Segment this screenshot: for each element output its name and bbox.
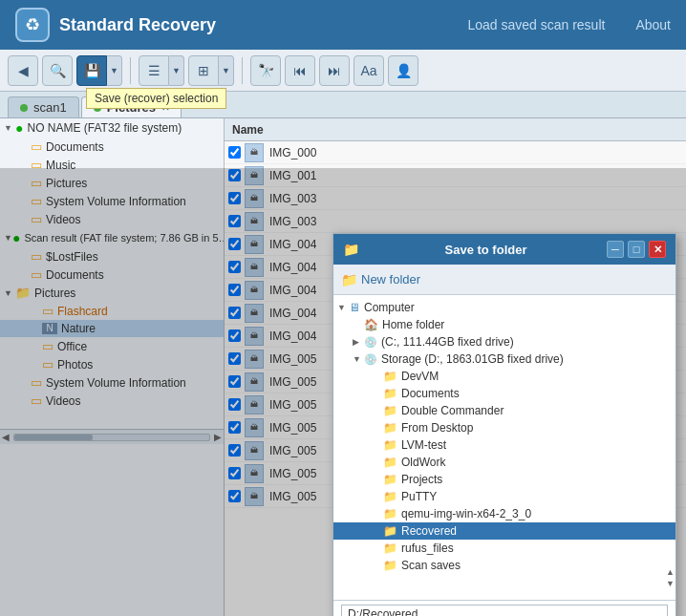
tree-label: Double Commander bbox=[401, 404, 504, 417]
new-folder-icon: 📁 bbox=[341, 272, 357, 287]
modal-path-bar: D:/Recovered bbox=[333, 601, 675, 616]
list-dropdown-arrow[interactable]: ▼ bbox=[169, 55, 184, 86]
save-button-group: 💾 ▼ bbox=[76, 55, 122, 86]
save-tooltip: Save (recover) selection bbox=[86, 88, 226, 109]
tree-label: (C:, 111.44GB fixed drive) bbox=[381, 335, 514, 349]
folder-icon: 📁 bbox=[383, 421, 397, 435]
folder-icon: 📁 bbox=[383, 507, 397, 520]
folder-icon: 📁 bbox=[383, 490, 397, 503]
folder-icon: 📁 bbox=[383, 473, 397, 486]
folder-icon: 📁 bbox=[383, 370, 397, 383]
save-button[interactable]: 💾 bbox=[76, 55, 107, 86]
list-button-group: ☰ ▼ bbox=[139, 55, 184, 86]
grid-button[interactable]: ⊞ bbox=[188, 55, 219, 86]
modal-close-button[interactable]: ✕ bbox=[649, 241, 666, 258]
toolbar: ◀ 🔍 💾 ▼ ☰ ▼ ⊞ ▼ 🔭 ⏮ ⏭ Aa 👤 Save (recover… bbox=[0, 50, 686, 92]
drive-icon: 💿 bbox=[364, 336, 377, 349]
prev-button[interactable]: ⏮ bbox=[285, 55, 315, 86]
modal-icon: 📁 bbox=[343, 242, 359, 257]
tree-expand-icon[interactable]: ▼ bbox=[353, 354, 364, 364]
folder-icon: 📁 bbox=[383, 559, 397, 572]
file-thumbnail: 🏔 bbox=[245, 143, 264, 162]
modal-title: Save to folder bbox=[365, 243, 607, 257]
back-button[interactable]: ◀ bbox=[8, 55, 38, 86]
modal-toolbar: 📁 New folder bbox=[333, 265, 675, 295]
search-button[interactable]: 🔍 bbox=[42, 55, 73, 86]
save-dropdown-arrow[interactable]: ▼ bbox=[107, 55, 122, 86]
scroll-down-icon[interactable]: ▼ bbox=[666, 579, 675, 588]
tree-label: Computer bbox=[364, 301, 415, 314]
toolbar-separator-1 bbox=[130, 57, 131, 84]
modal-tree: ▼ 🖥 Computer 🏠 Home folder ▶ 💿 (C:, 111.… bbox=[333, 295, 675, 601]
file-name: IMG_000 bbox=[269, 146, 316, 159]
modal-tree-double-commander[interactable]: 📁 Double Commander bbox=[333, 402, 675, 419]
modal-tree-devvm[interactable]: 📁 DevVM bbox=[333, 368, 675, 385]
about-nav[interactable]: About bbox=[635, 17, 671, 32]
modal-tree-storage[interactable]: ▼ 💿 Storage (D:, 1863.01GB fixed drive) bbox=[333, 350, 675, 368]
modal-tree-qemu[interactable]: 📁 qemu-img-win-x64-2_3_0 bbox=[333, 505, 675, 522]
app-logo: ♻ Standard Recovery bbox=[15, 8, 216, 42]
modal-path-text[interactable]: D:/Recovered bbox=[341, 605, 668, 617]
modal-tree-oldwork[interactable]: 📁 OldWork bbox=[333, 454, 675, 471]
modal-tree-projects[interactable]: 📁 Projects bbox=[333, 471, 675, 488]
user-button[interactable]: 👤 bbox=[388, 55, 418, 86]
modal-maximize-button[interactable]: □ bbox=[628, 241, 645, 258]
folder-icon: 🏠 bbox=[364, 318, 378, 331]
modal-tree-putty[interactable]: 📁 PuTTY bbox=[333, 488, 675, 505]
modal-tree-from-desktop[interactable]: 📁 From Desktop bbox=[333, 419, 675, 436]
new-folder-button[interactable]: 📁 New folder bbox=[341, 272, 420, 287]
app-icon: ♻ bbox=[15, 8, 50, 42]
toolbar-separator-2 bbox=[242, 57, 243, 84]
modal-tree-documents[interactable]: 📁 Documents bbox=[333, 385, 675, 402]
tree-label: OldWork bbox=[401, 456, 445, 469]
tab-scan1-label: scan1 bbox=[33, 100, 67, 115]
tree-label: Documents bbox=[46, 140, 104, 154]
tree-label: Scan saves bbox=[401, 559, 461, 572]
load-scan-nav[interactable]: Load saved scan result bbox=[467, 17, 605, 32]
case-button[interactable]: Aa bbox=[354, 55, 384, 86]
find-button[interactable]: 🔭 bbox=[250, 55, 281, 86]
folder-icon: 📁 bbox=[383, 438, 397, 452]
computer-icon: 🖥 bbox=[349, 301, 360, 314]
modal-tree-home[interactable]: 🏠 Home folder bbox=[333, 316, 675, 333]
header-nav: Load saved scan result About bbox=[467, 17, 671, 32]
main-area: ▼ ● NO NAME (FAT32 file system) ▭ Docume… bbox=[0, 118, 686, 616]
file-row[interactable]: 🏔 IMG_000 bbox=[225, 141, 686, 164]
next-button[interactable]: ⏭ bbox=[319, 55, 350, 86]
tab-dot bbox=[20, 104, 28, 112]
modal-tree-recovered[interactable]: 📁 Recovered bbox=[333, 522, 675, 540]
tree-item-documents-1[interactable]: ▭ Documents bbox=[0, 138, 224, 156]
modal-header-buttons: ─ □ ✕ bbox=[607, 241, 666, 258]
modal-tree-rufus[interactable]: 📁 rufus_files bbox=[333, 540, 675, 557]
drive-icon: 💿 bbox=[364, 353, 377, 366]
tree-label: rufus_files bbox=[401, 542, 454, 555]
tree-label: qemu-img-win-x64-2_3_0 bbox=[401, 507, 531, 520]
modal-tree-computer[interactable]: ▼ 🖥 Computer bbox=[333, 299, 675, 316]
tree-label: Storage (D:, 1863.01GB fixed drive) bbox=[381, 352, 564, 366]
file-checkbox[interactable] bbox=[228, 146, 241, 159]
tree-label: PuTTY bbox=[401, 490, 437, 503]
tree-label: DevVM bbox=[401, 370, 439, 383]
folder-icon: 📁 bbox=[383, 542, 397, 555]
file-col-name: Name bbox=[232, 123, 264, 137]
save-to-folder-modal: 📁 Save to folder ─ □ ✕ 📁 New folder bbox=[332, 233, 676, 616]
tree-label: NO NAME (FAT32 file system) bbox=[27, 121, 182, 135]
tab-scan1[interactable]: scan1 bbox=[8, 96, 79, 117]
modal-scroll-indicators: ▲ ▼ bbox=[666, 567, 675, 588]
app-title: Standard Recovery bbox=[59, 15, 216, 35]
modal-tree-scan-saves[interactable]: 📁 Scan saves bbox=[333, 557, 675, 574]
tree-label: LVM-test bbox=[401, 438, 446, 452]
grid-dropdown-arrow[interactable]: ▼ bbox=[219, 55, 234, 86]
grid-button-group: ⊞ ▼ bbox=[188, 55, 234, 86]
tree-item-no-name[interactable]: ▼ ● NO NAME (FAT32 file system) bbox=[0, 118, 224, 138]
tree-label: Projects bbox=[401, 473, 442, 486]
tree-arrow-icon[interactable]: ▼ bbox=[4, 123, 15, 133]
modal-tree-c-drive[interactable]: ▶ 💿 (C:, 111.44GB fixed drive) bbox=[333, 333, 675, 350]
modal-tree-lvm-test[interactable]: 📁 LVM-test bbox=[333, 436, 675, 454]
tree-expand-icon[interactable]: ▶ bbox=[353, 337, 364, 347]
scroll-up-icon[interactable]: ▲ bbox=[666, 567, 675, 577]
modal-minimize-button[interactable]: ─ bbox=[607, 241, 624, 258]
folder-icon: 📁 bbox=[383, 456, 397, 469]
list-button[interactable]: ☰ bbox=[139, 55, 169, 86]
tree-expand-icon[interactable]: ▼ bbox=[337, 303, 349, 312]
